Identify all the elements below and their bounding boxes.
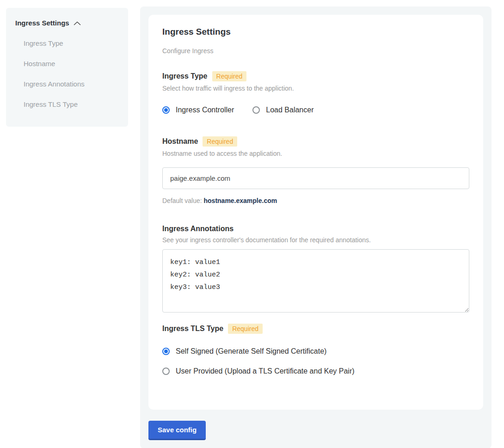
radio-option-ingress-controller[interactable]: Ingress Controller bbox=[162, 106, 234, 114]
save-config-button[interactable]: Save config bbox=[148, 421, 206, 440]
sidebar-item-ingress-annotations[interactable]: Ingress Annotations bbox=[24, 80, 119, 88]
default-value-line: Default value: hostname.example.com bbox=[162, 197, 469, 204]
required-badge: Required bbox=[212, 71, 247, 81]
sidebar-item-hostname[interactable]: Hostname bbox=[24, 60, 119, 68]
section-ingress-tls-type: Ingress TLS Type Required Self Signed (G… bbox=[162, 324, 469, 375]
required-badge: Required bbox=[228, 324, 263, 334]
radio-label: Ingress Controller bbox=[176, 106, 234, 114]
section-annotations-header: Ingress Annotations bbox=[162, 225, 469, 233]
section-title: Hostname bbox=[162, 137, 198, 146]
default-value-label: Default value: bbox=[162, 197, 202, 204]
ingress-annotations-textarea[interactable]: key1: value1 key2: value2 key3: value3 bbox=[162, 249, 469, 313]
section-help-text: See your ingress controller's documentat… bbox=[162, 236, 469, 244]
hostname-input[interactable] bbox=[162, 167, 469, 189]
sidebar-item-ingress-tls-type[interactable]: Ingress TLS Type bbox=[24, 100, 119, 108]
radio-selected-icon[interactable] bbox=[162, 106, 170, 114]
radio-label: Self Signed (Generate Self Signed Certif… bbox=[176, 347, 326, 356]
sidebar-item-ingress-type[interactable]: Ingress Type bbox=[24, 39, 119, 47]
config-nav-sidebar: Ingress Settings Ingress Type Hostname I… bbox=[6, 8, 128, 127]
chevron-up-icon bbox=[74, 21, 81, 25]
section-help-text: Select how traffic will ingress to the a… bbox=[162, 85, 469, 92]
section-hostname-header: Hostname Required bbox=[162, 136, 469, 147]
radio-option-load-balancer[interactable]: Load Balancer bbox=[252, 106, 313, 114]
ingress-type-radio-group: Ingress Controller Load Balancer bbox=[162, 106, 469, 114]
section-tls-header: Ingress TLS Type Required bbox=[162, 324, 469, 334]
radio-unselected-icon[interactable] bbox=[252, 106, 260, 114]
ingress-settings-card: Ingress Settings Configure Ingress Ingre… bbox=[148, 15, 483, 410]
required-badge: Required bbox=[203, 136, 237, 147]
radio-label: User Provided (Upload a TLS Certificate … bbox=[176, 367, 355, 375]
tls-type-radio-group: Self Signed (Generate Self Signed Certif… bbox=[162, 347, 469, 375]
sidebar-group-label: Ingress Settings bbox=[15, 19, 69, 27]
radio-option-user-provided[interactable]: User Provided (Upload a TLS Certificate … bbox=[162, 367, 469, 375]
section-title: Ingress TLS Type bbox=[162, 325, 223, 333]
section-ingress-annotations: Ingress Annotations See your ingress con… bbox=[162, 225, 469, 313]
radio-option-self-signed[interactable]: Self Signed (Generate Self Signed Certif… bbox=[162, 347, 469, 356]
section-title: Ingress Type bbox=[162, 72, 208, 80]
section-hostname: Hostname Required Hostname used to acces… bbox=[162, 136, 469, 204]
radio-unselected-icon[interactable] bbox=[162, 368, 170, 375]
section-title: Ingress Annotations bbox=[162, 225, 234, 233]
default-value-text: hostname.example.com bbox=[204, 197, 277, 204]
section-ingress-type-header: Ingress Type Required bbox=[162, 71, 469, 81]
page-title: Ingress Settings bbox=[162, 27, 469, 37]
page: Ingress Settings Ingress Type Hostname I… bbox=[0, 0, 504, 448]
config-area: Ingress Settings Configure Ingress Ingre… bbox=[140, 6, 492, 448]
radio-selected-icon[interactable] bbox=[162, 348, 170, 355]
section-ingress-type: Ingress Type Required Select how traffic… bbox=[162, 71, 469, 114]
sidebar-group-ingress-settings[interactable]: Ingress Settings bbox=[15, 19, 119, 27]
radio-label: Load Balancer bbox=[266, 106, 313, 114]
page-subtitle: Configure Ingress bbox=[162, 47, 469, 55]
section-help-text: Hostname used to access the application. bbox=[162, 150, 469, 157]
